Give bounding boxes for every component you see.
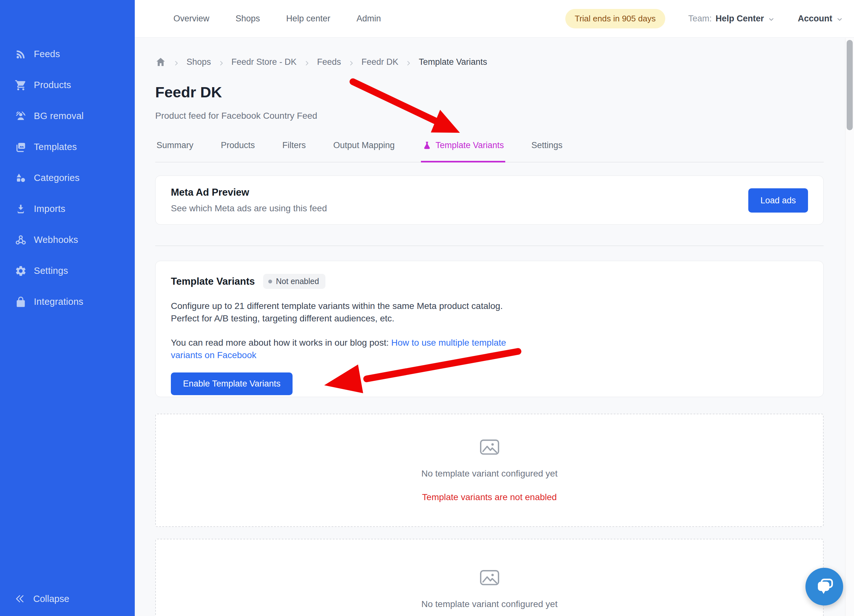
breadcrumb-shops[interactable]: Shops [186, 57, 211, 67]
enable-template-variants-button[interactable]: Enable Template Variants [171, 373, 293, 395]
person-bg-icon [15, 110, 27, 122]
placeholder-message: No template variant configured yet [421, 599, 557, 609]
chat-bubbles-icon [813, 575, 836, 599]
status-dot-icon [268, 280, 272, 283]
sidebar-item-label: Categories [34, 173, 79, 183]
chevron-right-icon [348, 59, 354, 65]
tab-label: Settings [531, 140, 563, 151]
tab-label: Products [221, 140, 255, 151]
sidebar-item-settings[interactable]: Settings [0, 256, 135, 286]
lock-icon [15, 296, 27, 308]
sidebar-item-products[interactable]: Products [0, 70, 135, 100]
tab-settings[interactable]: Settings [530, 140, 564, 163]
breadcrumb: Shops Feedr Store - DK Feeds Feedr DK Te… [155, 56, 487, 67]
breadcrumb-current: Template Variants [419, 57, 487, 67]
placeholder-message: No template variant configured yet [421, 468, 557, 479]
scrollbar-thumb[interactable] [846, 40, 853, 130]
trial-badge: Trial ends in 905 days [565, 9, 665, 28]
placeholder-error: Template variants are not enabled [422, 492, 557, 502]
download-icon [15, 203, 27, 215]
sidebar-item-label: Webhooks [34, 234, 78, 245]
sidebar-nav: Feeds Products BG removal Templates Cate [0, 39, 135, 317]
description-line: Perfect for A/B testing, targeting diffe… [171, 312, 808, 325]
template-variants-title: Template Variants [171, 276, 255, 287]
chevron-right-icon [218, 59, 224, 65]
nav-admin[interactable]: Admin [357, 14, 381, 24]
sidebar-item-webhooks[interactable]: Webhooks [0, 224, 135, 256]
template-variant-placeholder: No template variant configured yet Templ… [155, 539, 824, 616]
tab-summary[interactable]: Summary [155, 140, 195, 163]
top-navigation: Overview Shops Help center Admin [174, 14, 381, 24]
sidebar-item-label: Products [34, 80, 71, 90]
tab-label: Template Variants [436, 140, 504, 151]
nav-help-center[interactable]: Help center [286, 14, 330, 24]
tab-products[interactable]: Products [220, 140, 256, 163]
blog-post-link-line: How to use multiple template [391, 338, 506, 348]
sidebar-item-label: BG removal [34, 111, 84, 121]
breadcrumb-feeds[interactable]: Feeds [317, 57, 341, 67]
home-icon[interactable] [155, 56, 166, 67]
chevron-right-icon [304, 59, 310, 65]
main-content: Shops Feedr Store - DK Feeds Feedr DK Te… [135, 38, 845, 616]
sidebar-item-imports[interactable]: Imports [0, 193, 135, 224]
status-badge-label: Not enabled [276, 277, 319, 286]
sidebar: Feeds Products BG removal Templates Cate [0, 0, 135, 616]
nav-overview[interactable]: Overview [174, 14, 209, 24]
meta-ad-preview-title: Meta Ad Preview [171, 187, 808, 198]
tab-label: Output Mapping [333, 140, 395, 151]
collapse-label: Collapse [33, 594, 69, 604]
template-variants-description: Configure up to 21 different template va… [171, 300, 808, 325]
template-variants-header: Template Variants Not enabled [171, 274, 808, 289]
image-placeholder-icon [480, 570, 500, 585]
image-stack-icon [15, 141, 27, 153]
account-dropdown[interactable]: Account [798, 14, 843, 24]
chat-widget-button[interactable] [805, 568, 843, 605]
scrollbar-track [845, 38, 854, 616]
breadcrumb-feed[interactable]: Feedr DK [361, 57, 399, 67]
sidebar-item-integrations[interactable]: Integrations [0, 286, 135, 317]
sidebar-item-label: Settings [34, 266, 68, 276]
sidebar-collapse-button[interactable]: Collapse [0, 589, 69, 608]
rss-icon [15, 48, 27, 60]
chevron-right-icon [173, 59, 180, 65]
page-title: Feedr DK [155, 83, 222, 101]
sidebar-item-bg-removal[interactable]: BG removal [0, 100, 135, 131]
image-placeholder-icon [480, 439, 500, 455]
topbar: Overview Shops Help center Admin Trial e… [135, 0, 854, 38]
read-more-text: You can read more about how it works in … [171, 338, 391, 348]
chevron-down-icon [768, 15, 775, 22]
meta-ad-preview-description: See which Meta ads are using this feed [171, 203, 808, 213]
gear-icon [15, 265, 27, 277]
load-ads-button[interactable]: Load ads [748, 188, 808, 213]
team-value: Help Center [715, 14, 764, 24]
page-subtitle: Product feed for Facebook Country Feed [155, 111, 317, 121]
sidebar-item-templates[interactable]: Templates [0, 131, 135, 163]
tab-filters[interactable]: Filters [281, 140, 307, 163]
nav-shops[interactable]: Shops [236, 14, 260, 24]
read-more-paragraph: You can read more about how it works in … [171, 336, 808, 361]
status-badge: Not enabled [263, 274, 325, 289]
cart-icon [15, 79, 27, 91]
team-dropdown[interactable]: Team: Help Center [688, 14, 775, 24]
topbar-right: Trial ends in 905 days Team: Help Center… [565, 9, 843, 28]
webhook-icon [15, 234, 27, 246]
sidebar-item-label: Imports [34, 204, 66, 214]
tab-template-variants[interactable]: Template Variants [421, 140, 505, 163]
breadcrumb-store[interactable]: Feedr Store - DK [232, 57, 297, 67]
double-chevron-left-icon [15, 593, 26, 604]
chevron-down-icon [836, 15, 843, 22]
tab-label: Summary [157, 140, 194, 151]
sidebar-item-categories[interactable]: Categories [0, 163, 135, 193]
shapes-icon [15, 172, 27, 184]
sidebar-item-label: Integrations [34, 297, 83, 307]
section-divider [155, 245, 824, 246]
tab-bar: Summary Products Filters Output Mapping … [155, 140, 824, 163]
meta-ad-preview-card: Meta Ad Preview See which Meta ads are u… [155, 176, 824, 225]
sidebar-item-label: Templates [34, 142, 77, 152]
template-variants-card: Template Variants Not enabled Configure … [155, 261, 824, 397]
team-label: Team: [688, 14, 712, 24]
tab-output-mapping[interactable]: Output Mapping [332, 140, 396, 163]
sidebar-item-feeds[interactable]: Feeds [0, 39, 135, 70]
blog-post-link-line: variants on Facebook [171, 350, 256, 360]
account-label: Account [798, 14, 832, 24]
